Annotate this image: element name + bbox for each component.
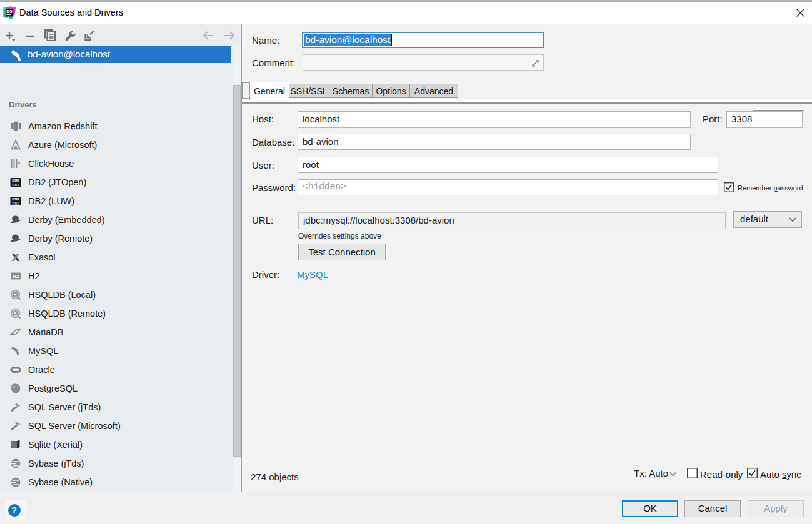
svg-text:DG: DG	[6, 9, 13, 14]
svg-text:IBM: IBM	[12, 178, 19, 182]
svg-text:DB2: DB2	[12, 202, 19, 205]
svg-text:H2: H2	[13, 274, 19, 279]
svg-text:DB2: DB2	[12, 183, 19, 187]
svg-text:IBM: IBM	[12, 197, 19, 201]
